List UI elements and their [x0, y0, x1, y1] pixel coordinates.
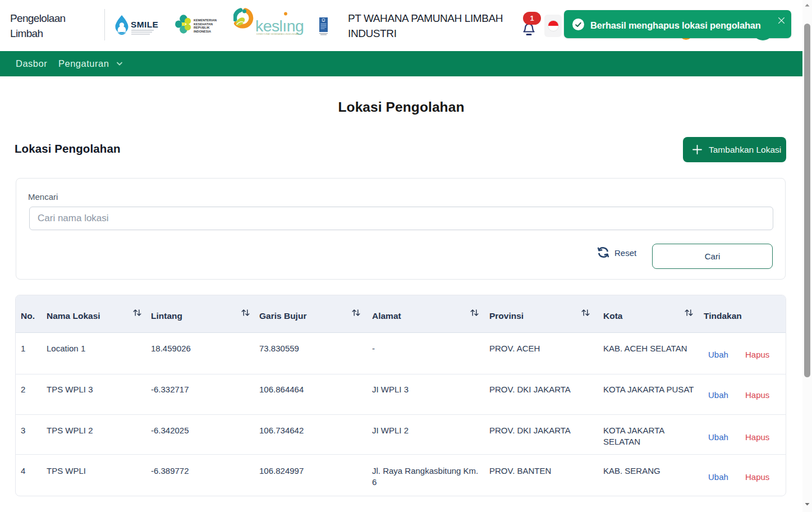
svg-text:SMILE: SMILE — [131, 20, 158, 29]
svg-text:DIREKTORAT KESEHATAN LINGKUNGA: DIREKTORAT KESEHATAN LINGKUNGAN — [256, 33, 299, 35]
svg-text:REPUBLIK: REPUBLIK — [194, 26, 210, 29]
svg-text:KESEHATAN: KESEHATAN — [194, 22, 213, 26]
svg-text:INDONESIA: INDONESIA — [194, 30, 211, 33]
svg-text:KEMENTERIAN: KEMENTERIAN — [194, 19, 217, 22]
